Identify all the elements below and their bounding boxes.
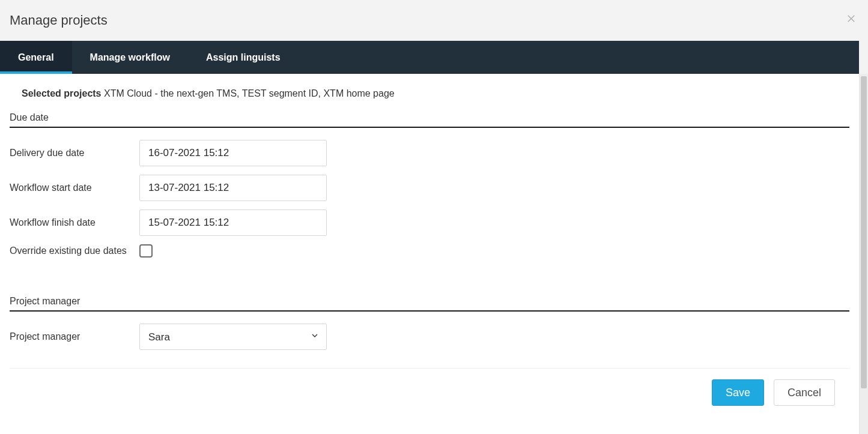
- project-manager-select-wrap: Sara: [139, 324, 327, 350]
- section-project-manager-title: Project manager: [10, 296, 849, 312]
- footer: Save Cancel: [10, 379, 849, 406]
- scrollbar[interactable]: [859, 74, 868, 434]
- selected-projects-value: XTM Cloud - the next-gen TMS, TEST segme…: [104, 88, 395, 98]
- selected-projects-row: Selected projects XTM Cloud - the next-g…: [10, 85, 849, 112]
- delivery-due-date-label: Delivery due date: [10, 148, 139, 158]
- row-delivery-due-date: Delivery due date: [10, 140, 849, 166]
- tab-label: Manage workflow: [90, 52, 170, 63]
- tab-label: General: [18, 52, 54, 63]
- row-project-manager: Project manager Sara: [10, 324, 849, 350]
- scrollbar-thumb[interactable]: [861, 76, 867, 388]
- workflow-start-date-label: Workflow start date: [10, 182, 139, 193]
- tab-label: Assign linguists: [206, 52, 281, 63]
- project-manager-select[interactable]: Sara: [139, 324, 327, 350]
- content-wrap: Selected projects XTM Cloud - the next-g…: [0, 74, 868, 434]
- tab-assign-linguists[interactable]: Assign linguists: [188, 41, 299, 74]
- spacer: [10, 266, 849, 296]
- dialog-header: Manage projects: [0, 0, 868, 41]
- workflow-finish-date-label: Workflow finish date: [10, 217, 139, 228]
- row-workflow-start-date: Workflow start date: [10, 175, 849, 201]
- close-button[interactable]: [843, 11, 860, 28]
- cancel-button[interactable]: Cancel: [774, 379, 835, 406]
- project-manager-label: Project manager: [10, 331, 139, 342]
- override-existing-label: Override existing due dates: [10, 246, 139, 256]
- footer-divider: [10, 368, 849, 369]
- delivery-due-date-input[interactable]: [139, 140, 327, 166]
- selected-projects-label: Selected projects: [22, 88, 102, 98]
- row-workflow-finish-date: Workflow finish date: [10, 209, 849, 236]
- manage-projects-dialog: Manage projects General Manage workflow …: [0, 0, 868, 434]
- row-override-existing: Override existing due dates: [10, 244, 849, 258]
- close-icon: [846, 13, 857, 26]
- tab-general[interactable]: General: [0, 41, 72, 74]
- tab-manage-workflow[interactable]: Manage workflow: [72, 41, 188, 74]
- section-due-date-title: Due date: [10, 112, 849, 128]
- dialog-title: Manage projects: [10, 13, 108, 28]
- workflow-finish-date-input[interactable]: [139, 209, 327, 236]
- override-existing-checkbox[interactable]: [139, 244, 153, 258]
- content: Selected projects XTM Cloud - the next-g…: [0, 74, 859, 434]
- workflow-start-date-input[interactable]: [139, 175, 327, 201]
- tab-bar: General Manage workflow Assign linguists: [0, 41, 859, 74]
- save-button[interactable]: Save: [712, 379, 764, 406]
